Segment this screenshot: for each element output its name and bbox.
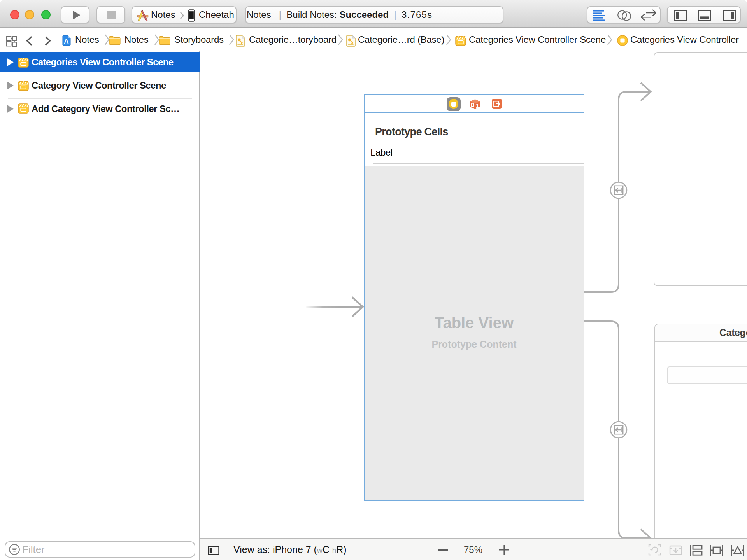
svg-text:A: A xyxy=(63,38,68,45)
svg-text:1: 1 xyxy=(475,102,479,108)
